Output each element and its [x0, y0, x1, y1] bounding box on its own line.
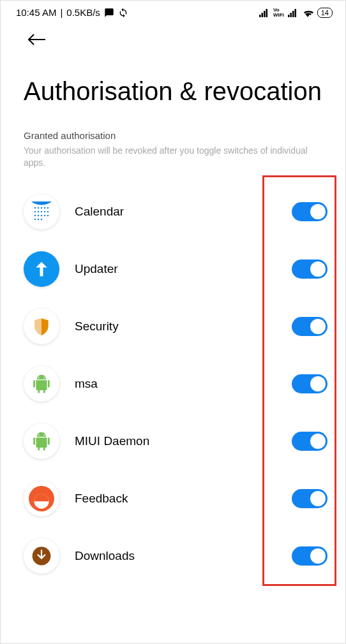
svg-point-24	[34, 219, 36, 220]
toggle-switch[interactable]	[292, 546, 327, 566]
sync-icon	[118, 8, 128, 18]
status-speed: 0.5KB/s	[66, 7, 100, 18]
app-name-label: Security	[75, 319, 276, 333]
svg-rect-4	[288, 15, 290, 17]
downloads-icon	[24, 538, 59, 574]
svg-point-10	[38, 207, 39, 209]
toggle-switch[interactable]	[292, 202, 327, 221]
svg-point-15	[38, 211, 39, 212]
toggle-switch[interactable]	[292, 374, 327, 393]
svg-point-19	[34, 215, 36, 216]
android-icon	[24, 366, 59, 402]
vowifi-label: Vo WiFi	[273, 8, 284, 17]
status-time: 10:45 AM	[16, 7, 56, 18]
app-name-label: MIUI Daemon	[75, 434, 276, 448]
app-list: Calendar Updater Security msa MIUI Daemo…	[1, 172, 345, 585]
svg-point-17	[44, 211, 45, 212]
list-item: Downloads	[1, 527, 345, 585]
list-item: Security	[1, 298, 345, 355]
battery-indicator: 14	[317, 8, 333, 18]
svg-point-14	[34, 211, 36, 212]
app-name-label: Downloads	[75, 549, 276, 563]
list-item: Feedback	[1, 470, 345, 527]
svg-point-13	[47, 207, 49, 209]
page-title-block: Authorisation & revocation	[1, 48, 345, 111]
updater-icon	[24, 251, 59, 287]
status-left: 10:45 AM | 0.5KB/s	[16, 7, 128, 18]
svg-rect-0	[259, 15, 261, 17]
svg-point-23	[47, 215, 49, 216]
feedback-icon	[24, 481, 59, 516]
list-item: msa	[1, 355, 345, 413]
list-item: Updater	[1, 240, 345, 298]
svg-point-20	[38, 215, 39, 216]
svg-rect-5	[290, 13, 292, 17]
calendar-icon	[24, 194, 59, 230]
toggle-switch[interactable]	[292, 260, 327, 279]
section-title: Granted authorisation	[24, 130, 322, 141]
app-name-label: Calendar	[75, 205, 276, 219]
wifi-icon	[302, 8, 313, 17]
svg-point-12	[44, 207, 45, 209]
toggle-switch[interactable]	[292, 432, 327, 451]
svg-rect-1	[261, 13, 263, 17]
status-right: Vo WiFi 14	[259, 8, 333, 18]
page-title: Authorisation & revocation	[24, 77, 322, 106]
signal-icon-2	[288, 8, 298, 17]
svg-rect-2	[264, 11, 266, 17]
svg-point-11	[41, 207, 42, 209]
svg-rect-7	[294, 9, 296, 17]
list-item: MIUI Daemon	[1, 413, 345, 470]
notification-icon	[104, 8, 114, 18]
svg-point-9	[34, 207, 36, 209]
section-header: Granted authorisation Your authorisation…	[1, 111, 345, 172]
list-item: Calendar	[1, 183, 345, 240]
svg-rect-3	[266, 9, 267, 17]
app-name-label: msa	[75, 377, 276, 391]
app-name-label: Feedback	[75, 492, 276, 506]
svg-rect-6	[292, 11, 294, 17]
shield-icon	[24, 309, 59, 344]
svg-point-16	[41, 211, 42, 212]
svg-point-18	[47, 211, 49, 212]
svg-point-21	[41, 215, 42, 216]
toggle-switch[interactable]	[292, 317, 327, 336]
toggle-switch[interactable]	[292, 489, 327, 508]
back-button[interactable]	[1, 22, 345, 48]
section-description: Your authorisation will be revoked after…	[24, 145, 322, 169]
signal-icon	[259, 8, 269, 17]
svg-point-22	[44, 215, 45, 216]
status-bar: 10:45 AM | 0.5KB/s Vo WiFi 14	[1, 1, 345, 22]
svg-point-25	[38, 219, 39, 220]
app-name-label: Updater	[75, 262, 276, 276]
svg-point-26	[41, 219, 42, 220]
android-icon	[24, 423, 59, 459]
